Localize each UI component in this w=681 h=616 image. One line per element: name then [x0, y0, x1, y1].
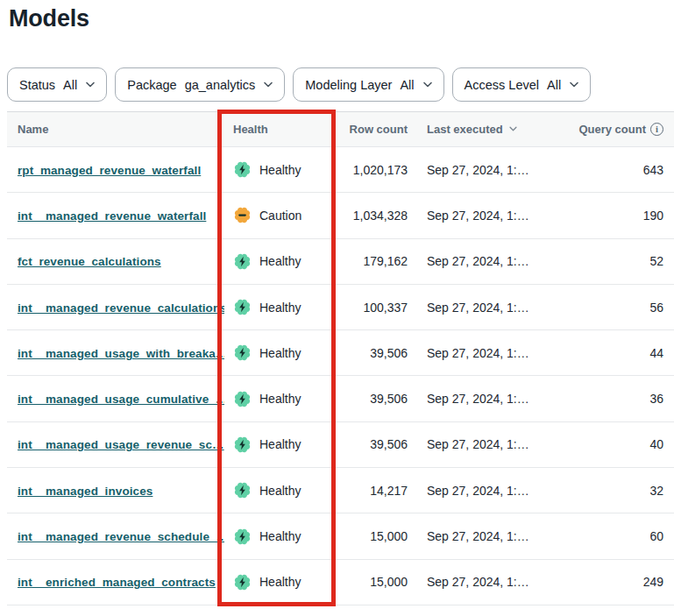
table-row: int__enriched_managed_contracts Healthy …: [7, 560, 674, 605]
column-header-last-executed-label: Last executed: [427, 123, 503, 136]
model-name-link[interactable]: fct_revenue_calculations: [18, 255, 161, 268]
health-label: Healthy: [259, 301, 301, 315]
health-badge: [233, 527, 252, 546]
health-badge: [233, 206, 252, 224]
last-executed-cell: Sep 27, 2024, 1:…: [408, 437, 557, 451]
row-count-cell: 39,506: [335, 346, 408, 360]
last-executed-cell: Sep 27, 2024, 1:…: [408, 301, 557, 315]
model-name-link[interactable]: int__managed_revenue_schedule_…: [18, 530, 224, 543]
health-badge: [233, 390, 252, 408]
model-name-cell: fct_revenue_calculations: [7, 254, 224, 268]
health-badge: [233, 252, 252, 271]
info-icon[interactable]: i: [650, 123, 663, 136]
query-count-cell: 32: [557, 484, 674, 498]
model-name-cell: int__managed_revenue_waterfall: [7, 209, 224, 223]
last-executed-cell: Sep 27, 2024, 1:…: [408, 254, 557, 268]
filter-value: All: [400, 78, 414, 92]
health-badge: [233, 573, 252, 591]
health-label: Healthy: [259, 575, 301, 589]
column-header-query-count: Query count i: [557, 123, 674, 136]
chevron-down-icon: [264, 81, 273, 88]
health-label: Healthy: [259, 392, 301, 406]
table-row: int__managed_revenue_waterfall Caution 1…: [7, 193, 674, 238]
health-cell: Caution: [224, 206, 335, 224]
table-row: int__managed_usage_revenue_sc… Healthy 3…: [7, 422, 674, 468]
last-executed-cell: Sep 27, 2024, 1:…: [408, 392, 557, 406]
row-count-cell: 15,000: [335, 529, 408, 543]
filter-value: All: [63, 78, 77, 92]
filter-value: ga_analytics: [185, 78, 256, 92]
filter-label: Access Level: [465, 78, 539, 92]
table-row: int__managed_revenue_calculations Health…: [7, 285, 674, 330]
model-name-link[interactable]: int__managed_invoices: [18, 485, 153, 498]
models-table: Name Health Row count Last executed Quer…: [7, 111, 674, 605]
row-count-cell: 1,020,173: [335, 163, 408, 177]
table-row: int__managed_invoices Healthy 14,217 Sep…: [7, 468, 674, 513]
health-label: Healthy: [259, 529, 301, 543]
health-cell: Healthy: [224, 252, 335, 271]
last-executed-cell: Sep 27, 2024, 1:…: [408, 575, 557, 589]
health-label: Caution: [259, 209, 301, 223]
filter-bar: Status All Package ga_analytics Modeling…: [7, 67, 681, 102]
last-executed-cell: Sep 27, 2024, 1:…: [408, 163, 557, 177]
health-badge: [233, 481, 252, 499]
row-count-cell: 15,000: [335, 575, 408, 589]
last-executed-cell: Sep 27, 2024, 1:…: [408, 484, 557, 498]
filter-chip-status[interactable]: Status All: [7, 67, 107, 102]
model-name-link[interactable]: int__managed_usage_with_breaka…: [18, 347, 224, 360]
health-cell: Healthy: [224, 343, 335, 362]
row-count-cell: 1,034,328: [335, 209, 408, 223]
query-count-cell: 40: [557, 437, 674, 451]
health-cell: Healthy: [224, 573, 335, 591]
health-badge: [233, 343, 252, 362]
chevron-down-icon: [86, 81, 95, 88]
chevron-down-icon: [423, 81, 432, 88]
row-count-cell: 179,162: [335, 254, 408, 268]
health-cell: Healthy: [224, 160, 335, 179]
health-cell: Healthy: [224, 298, 335, 316]
health-cell: Healthy: [224, 435, 335, 454]
last-executed-cell: Sep 27, 2024, 1:…: [408, 346, 557, 360]
column-header-health: Health: [224, 123, 335, 136]
model-name-link[interactable]: int__managed_usage_cumulative_…: [18, 393, 224, 406]
caution-minus-icon: [238, 215, 246, 216]
filter-chip-access-level[interactable]: Access Level All: [452, 67, 592, 102]
row-count-cell: 100,337: [335, 301, 408, 315]
model-name-link[interactable]: int__managed_usage_revenue_sc…: [18, 438, 224, 451]
health-cell: Healthy: [224, 390, 335, 408]
filter-label: Modeling Layer: [305, 78, 392, 92]
table-row: rpt_managed_revenue_waterfall Healthy 1,…: [7, 147, 674, 193]
row-count-cell: 39,506: [335, 392, 408, 406]
column-header-row-count: Row count: [335, 123, 408, 136]
model-name-cell: int__managed_usage_revenue_sc…: [7, 437, 224, 451]
model-name-link[interactable]: int__enriched_managed_contracts: [18, 576, 216, 589]
query-count-cell: 643: [557, 163, 674, 177]
chevron-down-icon: [570, 81, 578, 88]
column-header-last-executed[interactable]: Last executed: [408, 123, 557, 136]
health-cell: Healthy: [224, 481, 335, 499]
table-row: int__managed_revenue_schedule_… Healthy …: [7, 513, 674, 559]
filter-chip-modeling-layer[interactable]: Modeling Layer All: [293, 67, 443, 102]
filter-value: All: [547, 78, 561, 92]
model-name-cell: int__managed_usage_cumulative_…: [7, 392, 224, 406]
model-name-cell: int__managed_usage_with_breaka…: [7, 346, 224, 360]
model-name-cell: rpt_managed_revenue_waterfall: [7, 163, 224, 177]
model-name-link[interactable]: rpt_managed_revenue_waterfall: [18, 164, 201, 177]
last-executed-cell: Sep 27, 2024, 1:…: [408, 529, 557, 543]
query-count-cell: 52: [557, 254, 674, 268]
model-name-cell: int__managed_revenue_calculations: [7, 301, 224, 315]
query-count-cell: 36: [557, 392, 674, 406]
row-count-cell: 14,217: [335, 484, 408, 498]
health-badge: [233, 160, 252, 179]
health-label: Healthy: [259, 254, 301, 268]
query-count-cell: 190: [557, 209, 674, 223]
filter-chip-package[interactable]: Package ga_analytics: [115, 67, 285, 102]
model-name-link[interactable]: int__managed_revenue_waterfall: [18, 209, 206, 223]
query-count-cell: 44: [557, 346, 674, 360]
model-name-link[interactable]: int__managed_revenue_calculations: [18, 301, 224, 315]
health-badge: [233, 435, 252, 454]
model-name-cell: int__managed_invoices: [7, 484, 224, 498]
filter-label: Status: [19, 78, 55, 92]
table-header-row: Name Health Row count Last executed Quer…: [7, 112, 674, 147]
page-title: Models: [9, 5, 681, 32]
